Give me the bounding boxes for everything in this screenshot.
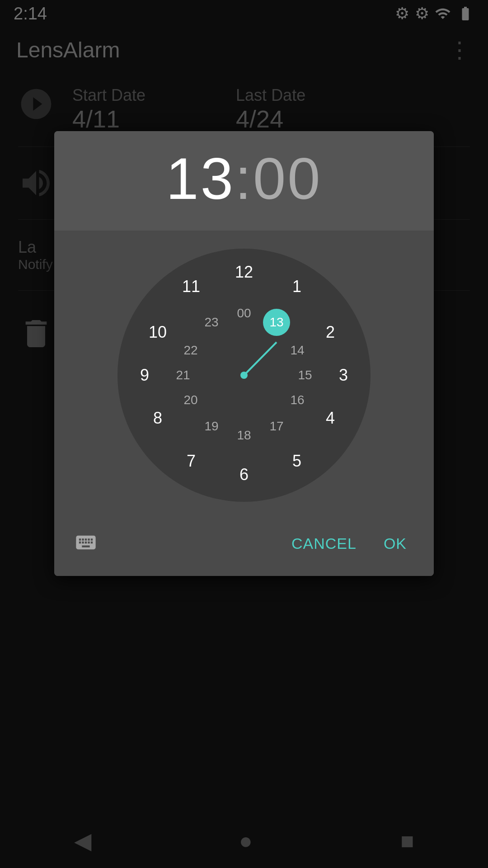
clock-num-00[interactable]: 00 — [230, 300, 258, 327]
clock-num-1[interactable]: 1 — [283, 273, 310, 300]
clock-num-8[interactable]: 8 — [144, 405, 171, 432]
time-display-area: 13:00 — [54, 131, 434, 231]
time-colon: : — [235, 146, 253, 212]
clock-num-11[interactable]: 11 — [178, 273, 205, 300]
time-hours[interactable]: 13 — [166, 146, 235, 212]
clock-num-20[interactable]: 20 — [177, 387, 204, 414]
clock-num-14[interactable]: 14 — [284, 337, 311, 364]
clock-face[interactable]: 12 1 2 3 4 5 6 7 8 9 10 11 00 13 14 15 1… — [117, 249, 371, 502]
clock-num-6[interactable]: 6 — [230, 461, 258, 488]
clock-num-15[interactable]: 15 — [291, 362, 319, 389]
clock-num-12[interactable]: 12 — [230, 259, 258, 286]
keyboard-button[interactable] — [68, 524, 104, 562]
clock-num-3[interactable]: 3 — [330, 362, 357, 389]
time-minutes[interactable]: 00 — [253, 146, 322, 212]
clock-num-5[interactable]: 5 — [283, 448, 310, 475]
clock-area: 12 1 2 3 4 5 6 7 8 9 10 11 00 13 14 15 1… — [54, 231, 434, 515]
clock-num-23[interactable]: 23 — [198, 309, 225, 336]
clock-num-2[interactable]: 2 — [317, 319, 344, 346]
clock-num-19[interactable]: 19 — [198, 413, 225, 440]
clock-num-9[interactable]: 9 — [131, 362, 158, 389]
clock-num-21[interactable]: 21 — [169, 362, 197, 389]
clock-num-22[interactable]: 22 — [177, 337, 204, 364]
clock-num-4[interactable]: 4 — [317, 405, 344, 432]
keyboard-icon — [74, 531, 98, 554]
time-text: 13:00 — [63, 149, 425, 208]
clock-num-16[interactable]: 16 — [284, 387, 311, 414]
clock-num-13[interactable]: 13 — [263, 309, 290, 336]
cancel-button[interactable]: CANCEL — [278, 526, 370, 561]
dialog-buttons: CANCEL OK — [54, 515, 434, 576]
clock-center-dot — [241, 372, 247, 378]
clock-num-18[interactable]: 18 — [230, 422, 258, 449]
clock-num-7[interactable]: 7 — [178, 448, 205, 475]
ok-button[interactable]: OK — [370, 526, 420, 561]
clock-num-10[interactable]: 10 — [144, 319, 171, 346]
time-picker-dialog: 13:00 12 1 2 3 4 5 6 7 8 — [54, 131, 434, 576]
clock-num-17[interactable]: 17 — [263, 413, 290, 440]
